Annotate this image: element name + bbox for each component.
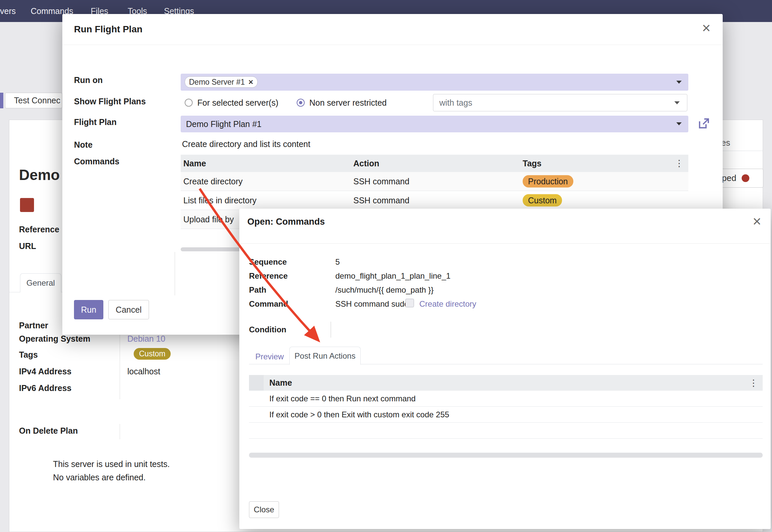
- row-name: List files in directory: [183, 196, 257, 205]
- tags-badge-custom: Custom: [134, 348, 171, 360]
- flight-plan-value: Demo Flight Plan #1: [181, 119, 262, 129]
- tags-badge-label: Custom: [139, 349, 165, 358]
- close-button-label: Close: [254, 505, 274, 514]
- partner-label: Partner: [19, 321, 48, 330]
- cancel-button-label: Cancel: [116, 305, 142, 315]
- row-tag-badge: Production: [523, 175, 573, 188]
- run-button-label: Run: [81, 305, 96, 315]
- external-link-icon[interactable]: [697, 117, 711, 131]
- radio-non-server-restricted[interactable]: [297, 99, 305, 107]
- reference-label: Reference: [19, 225, 59, 234]
- cancel-button[interactable]: Cancel: [108, 300, 149, 319]
- with-tags-caret-icon[interactable]: [674, 101, 680, 104]
- radio-for-selected-servers[interactable]: [185, 99, 193, 107]
- os-label: Operating System: [19, 334, 90, 344]
- radio-for-selected-servers-label[interactable]: For selected server(s): [197, 98, 278, 108]
- tab-fragment-underline: [723, 151, 763, 151]
- unit-test-note-line2: No variables are defined.: [53, 473, 146, 482]
- os-value: Debian 10: [127, 334, 165, 344]
- ipv4-label: IPv4 Address: [19, 367, 71, 376]
- tab-preview[interactable]: Preview: [255, 352, 284, 361]
- reference-field-value: demo_flight_plan_1_plan_line_1: [335, 271, 451, 281]
- note-label: Note: [74, 140, 93, 150]
- flight-plan-caret-icon[interactable]: [676, 122, 682, 125]
- command-label: Command: [249, 299, 288, 309]
- run-modal-close-icon[interactable]: ×: [702, 21, 711, 35]
- run-modal-title: Run Flight Plan: [74, 24, 142, 35]
- row-tag-badge: Custom: [523, 194, 562, 207]
- post-run-table-header: Name ⋮: [249, 375, 763, 391]
- row-action: SSH command: [353, 177, 409, 186]
- status-stopped-dot-icon: [742, 174, 749, 182]
- flight-plan-label: Flight Plan: [74, 117, 117, 127]
- commands-label: Commands: [74, 157, 119, 166]
- table-row[interactable]: Create directory SSH command Production: [181, 172, 688, 191]
- server-tag-label: Demo Server #1: [189, 78, 245, 87]
- row-handle-column: [249, 375, 264, 391]
- col-name-header[interactable]: Name: [183, 159, 206, 168]
- command-value: SSH command sudo: [335, 299, 409, 309]
- server-color-square[interactable]: [20, 198, 34, 212]
- tab-post-run-actions-label: Post Run Actions: [295, 351, 356, 361]
- row-name: Create directory: [183, 177, 243, 186]
- with-tags-select[interactable]: with tags: [433, 94, 687, 111]
- run-on-caret-icon[interactable]: [676, 81, 682, 84]
- post-run-row-empty: [249, 423, 763, 439]
- run-button[interactable]: Run: [74, 300, 103, 319]
- on-delete-plan-label: On Delete Plan: [19, 426, 78, 436]
- sequence-value: 5: [335, 257, 340, 267]
- post-run-row[interactable]: If exit code > 0 then Exit with custom e…: [249, 407, 763, 423]
- row-action: SSH command: [353, 196, 409, 205]
- col-action-header[interactable]: Action: [353, 159, 379, 168]
- tab-general[interactable]: General: [20, 273, 61, 292]
- commands-modal-title: Open: Commands: [247, 217, 325, 227]
- server-tag-pill: Demo Server #1 ✕: [185, 76, 258, 88]
- field-separator-line-2: [120, 424, 120, 439]
- post-run-row-name: If exit code == 0 then Run next command: [269, 394, 416, 403]
- commands-modal-header-divider: [240, 243, 770, 244]
- condition-label: Condition: [249, 325, 286, 334]
- post-run-row[interactable]: If exit code == 0 then Run next command: [249, 391, 763, 407]
- server-heading: Demo: [19, 167, 60, 183]
- post-run-col-name-header[interactable]: Name: [269, 378, 292, 388]
- url-label: URL: [19, 241, 36, 251]
- run-modal-header-divider: [63, 45, 722, 45]
- path-value: /such/much/{{ demo_path }}: [335, 285, 434, 295]
- sequence-label: Sequence: [249, 257, 287, 267]
- post-run-column-options-icon[interactable]: ⋮: [749, 378, 758, 388]
- close-button[interactable]: Close: [249, 501, 279, 518]
- with-tags-value: with tags: [433, 98, 472, 108]
- show-flight-plans-label: Show Flight Plans: [74, 97, 146, 106]
- server-tag-remove-icon[interactable]: ✕: [248, 78, 253, 86]
- run-on-label: Run on: [74, 75, 103, 85]
- table-row[interactable]: List files in directory SSH command Cust…: [181, 191, 688, 210]
- create-directory-link[interactable]: Create directory: [419, 299, 476, 309]
- create-directory-checkbox[interactable]: [405, 299, 414, 307]
- column-options-icon[interactable]: ⋮: [675, 158, 684, 169]
- ipv6-label: IPv6 Address: [19, 383, 71, 393]
- unit-test-note-line1: This server is used in unit tests.: [53, 459, 170, 469]
- flight-plan-select[interactable]: Demo Flight Plan #1: [181, 116, 688, 132]
- path-label: Path: [249, 285, 266, 295]
- ipv4-value: localhost: [127, 367, 160, 376]
- plan-description: Create directory and list its content: [182, 139, 310, 149]
- radio-non-server-restricted-label[interactable]: Non server restricted: [309, 98, 387, 108]
- nav-item-servers[interactable]: vers: [0, 0, 16, 22]
- test-connection-button[interactable]: Test Connec: [5, 93, 62, 108]
- tags-label: Tags: [19, 350, 38, 360]
- screen: vers Commands Files Tools Settings Test …: [0, 0, 772, 532]
- commands-table-header: Name Action Tags ⋮: [181, 155, 688, 172]
- commands-modal-close-icon[interactable]: ×: [753, 215, 761, 228]
- sheet-edge-line: [175, 252, 175, 295]
- post-run-table-scrollbar[interactable]: [249, 453, 763, 458]
- tab-post-run-actions[interactable]: Post Run Actions: [289, 347, 361, 365]
- run-on-servers-input[interactable]: Demo Server #1 ✕: [181, 74, 688, 91]
- col-tags-header[interactable]: Tags: [523, 159, 542, 168]
- reference-field-label: Reference: [249, 271, 288, 281]
- condition-separator-line: [331, 322, 331, 338]
- primary-button-fragment[interactable]: [0, 93, 3, 108]
- tab-general-label: General: [26, 278, 55, 288]
- test-connection-label: Test Connec: [14, 96, 60, 105]
- row-name: Upload file by: [183, 215, 234, 224]
- post-run-row-name: If exit code > 0 then Exit with custom e…: [269, 410, 449, 419]
